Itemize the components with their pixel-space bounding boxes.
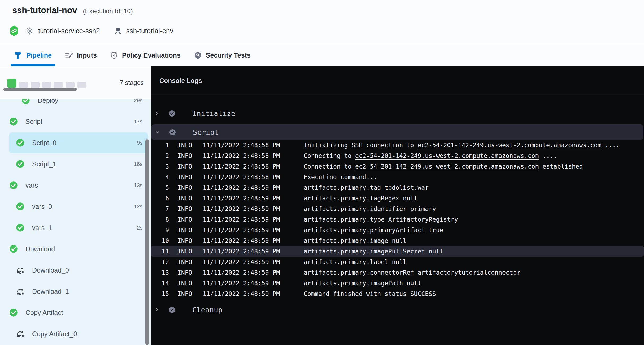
- log-line-number: 9: [151, 225, 169, 235]
- section-label: Cleanup: [192, 306, 223, 314]
- log-hostname-link[interactable]: ec2-54-201-142-249.us-west-2.compute.ama…: [355, 163, 539, 170]
- pipeline-icon: [14, 51, 22, 59]
- log-text: ....: [539, 152, 557, 159]
- log-message: artifacts.primary.imagePullSecret null: [304, 246, 443, 257]
- stage-row[interactable]: Copy Artifact: [0, 302, 151, 323]
- log-line[interactable]: 9 INFO 11/11/2022 2:48:59 PM artifacts.p…: [151, 225, 644, 235]
- log-line[interactable]: 10 INFO 11/11/2022 2:48:59 PM artifacts.…: [151, 235, 644, 246]
- log-section-cleanup[interactable]: Cleanup: [151, 304, 644, 316]
- log-line[interactable]: 11 INFO 11/11/2022 2:48:59 PM artifacts.…: [151, 246, 644, 257]
- log-line[interactable]: 4 INFO 11/11/2022 2:48:58 PM Executing c…: [151, 172, 644, 182]
- log-text: ....: [601, 142, 620, 149]
- log-text: artifacts.primary.identifier primary: [304, 205, 436, 212]
- stages-sidebar: 7 stages Deploy 29s Script 17s Script_0 …: [0, 66, 151, 345]
- log-section-initialize[interactable]: Initialize: [151, 107, 644, 119]
- stage-row[interactable]: Deploy 29s: [0, 99, 151, 111]
- log-text: artifacts.primary.imagePullSecret null: [304, 248, 443, 255]
- log-text: Connection to: [304, 163, 355, 170]
- log-section-script[interactable]: Script: [151, 124, 643, 140]
- success-check-icon: [9, 245, 18, 253]
- stage-progress-square: [42, 82, 51, 88]
- environment-icon: [114, 27, 122, 35]
- log-line[interactable]: 2 INFO 11/11/2022 2:48:58 PM Connecting …: [151, 150, 644, 161]
- stage-label: vars: [25, 182, 38, 189]
- log-timestamp: 11/11/2022 2:48:59 PM: [203, 225, 280, 235]
- cd-pipeline-hexagon-icon: [10, 25, 18, 36]
- log-line[interactable]: 5 INFO 11/11/2022 2:48:59 PM artifacts.p…: [151, 182, 644, 193]
- stage-label: Download_1: [32, 288, 69, 295]
- log-level: INFO: [177, 182, 192, 193]
- stage-duration: 29s: [134, 99, 142, 104]
- log-timestamp: 11/11/2022 2:48:58 PM: [203, 140, 280, 150]
- log-level: INFO: [177, 140, 192, 150]
- stage-progress-square: [54, 82, 63, 88]
- chevron-right-icon[interactable]: [155, 308, 159, 312]
- log-text: artifacts.primary.image null: [304, 237, 407, 244]
- log-message: artifacts.primary.imagePath null: [304, 278, 421, 288]
- stage-duration: 12s: [134, 204, 142, 210]
- stage-row[interactable]: Download_1: [0, 281, 151, 302]
- environment-group[interactable]: ssh-tutorial-env: [114, 27, 173, 35]
- tab-policy-evaluations[interactable]: Policy Evaluations: [106, 45, 184, 66]
- log-line[interactable]: 13 INFO 11/11/2022 2:48:59 PM artifacts.…: [151, 267, 644, 278]
- tab-pipeline[interactable]: Pipeline: [11, 45, 55, 66]
- log-line-number: 11: [151, 246, 169, 257]
- stage-count-label: 7 stages: [120, 79, 144, 87]
- success-check-icon: [9, 308, 18, 317]
- stage-row[interactable]: Script_0 9s: [0, 132, 151, 153]
- log-line-number: 5: [151, 182, 169, 193]
- stage-duration: 13s: [134, 182, 142, 188]
- stage-row[interactable]: Download: [0, 238, 151, 260]
- log-line[interactable]: 8 INFO 11/11/2022 2:48:59 PM artifacts.p…: [151, 214, 644, 225]
- log-timestamp: 11/11/2022 2:48:58 PM: [203, 150, 280, 161]
- log-level: INFO: [177, 257, 192, 267]
- log-timestamp: 11/11/2022 2:48:59 PM: [203, 193, 280, 204]
- log-message: Executing command...: [304, 172, 377, 182]
- log-message: artifacts.primary.type ArtifactoryRegist…: [304, 214, 458, 225]
- log-text: artifacts.primary.imagePath null: [304, 280, 421, 287]
- log-line[interactable]: 1 INFO 11/11/2022 2:48:58 PM Initializin…: [151, 140, 644, 150]
- log-timestamp: 11/11/2022 2:48:59 PM: [203, 288, 280, 299]
- log-line-number: 4: [151, 172, 169, 182]
- tab-inputs[interactable]: Inputs: [61, 45, 101, 66]
- log-line[interactable]: 12 INFO 11/11/2022 2:48:59 PM artifacts.…: [151, 257, 644, 267]
- environment-name[interactable]: ssh-tutorial-env: [126, 27, 173, 35]
- chevron-down-icon[interactable]: [155, 130, 160, 134]
- stage-row[interactable]: vars 13s: [0, 175, 151, 196]
- stage-row[interactable]: Download_0: [0, 260, 151, 281]
- log-message: artifacts.primary.identifier primary: [304, 204, 436, 214]
- success-check-icon: [9, 117, 18, 126]
- success-check-icon: [21, 99, 30, 105]
- stage-row[interactable]: Script_1 16s: [0, 153, 151, 175]
- log-line[interactable]: 6 INFO 11/11/2022 2:48:59 PM artifacts.p…: [151, 193, 644, 204]
- tab-security-tests[interactable]: Security Tests: [190, 45, 254, 66]
- log-line[interactable]: 15 INFO 11/11/2022 2:48:59 PM Command fi…: [151, 288, 644, 299]
- log-level: INFO: [177, 214, 192, 225]
- service-group[interactable]: tutorial-service-ssh2: [26, 27, 100, 35]
- service-name[interactable]: tutorial-service-ssh2: [38, 27, 100, 35]
- vertical-scrollbar[interactable]: [145, 139, 149, 345]
- log-timestamp: 11/11/2022 2:48:59 PM: [203, 204, 280, 214]
- stage-progress-squares: [7, 79, 89, 88]
- log-line[interactable]: 14 INFO 11/11/2022 2:48:59 PM artifacts.…: [151, 278, 644, 288]
- tab-label: Inputs: [77, 51, 97, 59]
- success-check-icon: [16, 202, 24, 211]
- stage-progress-square: [77, 82, 86, 88]
- horizontal-scrollbar[interactable]: [3, 88, 77, 91]
- rollback-step-icon: [16, 330, 24, 338]
- log-message: artifacts.primary.image null: [304, 235, 407, 246]
- stage-row[interactable]: vars_1 2s: [0, 217, 151, 238]
- stage-row[interactable]: Copy Artifact_0: [0, 323, 151, 344]
- log-hostname-link[interactable]: ec2-54-201-142-249.us-west-2.compute.ama…: [355, 152, 539, 159]
- chevron-right-icon[interactable]: [155, 111, 159, 115]
- stage-duration: 9s: [137, 140, 142, 146]
- stage-row[interactable]: Script 17s: [0, 111, 151, 132]
- log-line-number: 13: [151, 267, 169, 278]
- log-hostname-link[interactable]: ec2-54-201-142-249.us-west-2.compute.ama…: [417, 142, 601, 149]
- log-line-number: 8: [151, 214, 169, 225]
- log-line[interactable]: 3 INFO 11/11/2022 2:48:58 PM Connection …: [151, 161, 644, 172]
- stage-row[interactable]: vars_0 12s: [0, 196, 151, 217]
- log-level: INFO: [177, 278, 192, 288]
- log-line[interactable]: 7 INFO 11/11/2022 2:48:59 PM artifacts.p…: [151, 204, 644, 214]
- log-level: INFO: [177, 150, 192, 161]
